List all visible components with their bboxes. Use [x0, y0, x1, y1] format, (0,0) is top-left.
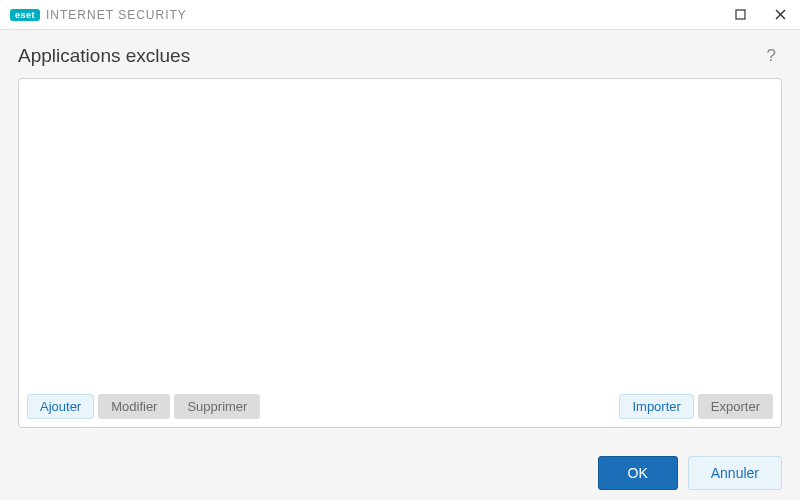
close-icon — [775, 9, 786, 20]
window-controls — [720, 0, 800, 29]
product-name: INTERNET SECURITY — [46, 8, 187, 22]
cancel-button[interactable]: Annuler — [688, 456, 782, 490]
edit-button[interactable]: Modifier — [98, 394, 170, 419]
content-area: Ajouter Modifier Supprimer Importer Expo… — [0, 78, 800, 438]
import-button[interactable]: Importer — [619, 394, 693, 419]
close-button[interactable] — [760, 0, 800, 30]
page-title: Applications exclues — [18, 45, 190, 67]
help-icon[interactable]: ? — [761, 44, 782, 68]
dialog-footer: OK Annuler — [0, 438, 800, 500]
titlebar: eset INTERNET SECURITY — [0, 0, 800, 30]
maximize-icon — [735, 9, 746, 20]
exclusions-panel: Ajouter Modifier Supprimer Importer Expo… — [18, 78, 782, 428]
svg-rect-0 — [736, 10, 745, 19]
maximize-button[interactable] — [720, 0, 760, 30]
exclusions-list[interactable] — [19, 79, 781, 386]
brand-logo: eset — [10, 9, 40, 21]
dialog-header: Applications exclues ? — [0, 30, 800, 78]
export-button[interactable]: Exporter — [698, 394, 773, 419]
add-button[interactable]: Ajouter — [27, 394, 94, 419]
delete-button[interactable]: Supprimer — [174, 394, 260, 419]
ok-button[interactable]: OK — [598, 456, 678, 490]
panel-actions: Ajouter Modifier Supprimer Importer Expo… — [19, 386, 781, 427]
